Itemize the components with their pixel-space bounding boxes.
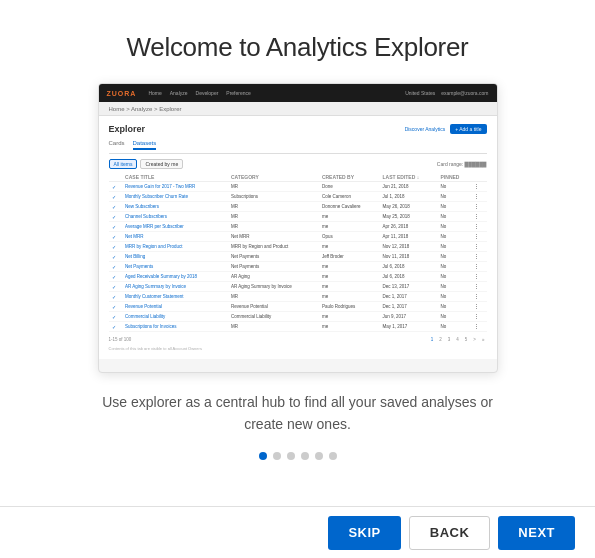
dot-5 — [315, 452, 323, 460]
mini-content: Explorer Discover Analytics + Add a titl… — [99, 116, 497, 359]
mini-col-category: CATEGORY — [228, 173, 319, 182]
dot-4 — [301, 452, 309, 460]
mini-tabs: Cards Datasets — [109, 140, 487, 154]
mini-card-range: Card range: ▓▓▓▓▓▓ — [437, 161, 487, 167]
mini-logo: ZUORA — [107, 90, 137, 97]
mini-explorer-title: Explorer — [109, 124, 146, 134]
table-row: ✓Revenue Gain for 2017 - Two MRRMRDoneJu… — [109, 182, 487, 192]
mini-nav-developer: Developer — [196, 90, 219, 96]
mini-topbar-right: United States example@zuora.com — [405, 90, 488, 96]
mini-filter-row: All items Created by me Card range: ▓▓▓▓… — [109, 159, 487, 169]
mini-subbar: Home > Analyze > Explorer — [99, 102, 497, 116]
table-row: ✓Net PaymentsNet PaymentsmeJul 6, 2018No… — [109, 262, 487, 272]
table-row: ✓Monthly Customer StatementMRmeDec 1, 20… — [109, 292, 487, 302]
mini-col-title — [109, 173, 123, 182]
dot-6 — [329, 452, 337, 460]
table-row: ✓Net BillingNet PaymentsJeff BroderNov 1… — [109, 252, 487, 262]
mini-region: United States — [405, 90, 435, 96]
mini-tab-cards: Cards — [109, 140, 125, 150]
mini-email: example@zuora.com — [441, 90, 488, 96]
mini-nav-home: Home — [148, 90, 161, 96]
mini-header-right: Discover Analytics + Add a title — [405, 124, 487, 134]
dot-1 — [259, 452, 267, 460]
mini-tab-datasets: Datasets — [133, 140, 157, 150]
mini-filter-mine: Created by me — [140, 159, 183, 169]
page-title: Welcome to Analytics Explorer — [127, 32, 469, 63]
skip-button[interactable]: SKIP — [328, 516, 400, 550]
back-button[interactable]: BACK — [409, 516, 491, 550]
table-row: ✓AR Aging Summary by InvoiceAR Aging Sum… — [109, 282, 487, 292]
mini-discover-link: Discover Analytics — [405, 126, 446, 132]
mini-footer-note: Contents of this tab are visible to all … — [109, 346, 487, 351]
table-row: ✓Aged Receivable Summary by 2018AR Aging… — [109, 272, 487, 282]
table-row: ✓New SubscribersMRDononne CavaliereMay 2… — [109, 202, 487, 212]
mini-filter-all: All items — [109, 159, 138, 169]
dot-3 — [287, 452, 295, 460]
mini-table: CASE TITLE CATEGORY CREATED BY LAST EDIT… — [109, 173, 487, 332]
mini-table-body: ✓Revenue Gain for 2017 - Two MRRMRDoneJu… — [109, 182, 487, 332]
mini-nav-analyze: Analyze — [170, 90, 188, 96]
mini-add-btn: + Add a title — [450, 124, 486, 134]
table-row: ✓Commercial LiabilityCommercial Liabilit… — [109, 312, 487, 322]
next-button[interactable]: NEXT — [498, 516, 575, 550]
mini-page-nums: 1 2 3 4 5 > » — [429, 336, 487, 343]
mini-filter-btns: All items Created by me — [109, 159, 184, 169]
mini-col-actions — [471, 173, 486, 182]
mini-explorer-header: Explorer Discover Analytics + Add a titl… — [109, 124, 487, 134]
mini-nav-preference: Preference — [226, 90, 250, 96]
table-row: ✓Net MRRNet MRROpusApr 11, 2018No⋮ — [109, 232, 487, 242]
screenshot-preview: ZUORA Home Analyze Developer Preference … — [98, 83, 498, 373]
table-row: ✓Revenue PotentialRevenue PotentialPaulo… — [109, 302, 487, 312]
table-row: ✓Subscriptions for InvoicesMRmeMay 1, 20… — [109, 322, 487, 332]
description-text: Use explorer as a central hub to find al… — [102, 391, 493, 436]
mini-nav: Home Analyze Developer Preference — [148, 90, 250, 96]
table-row: ✓MRR by Region and ProductMRR by Region … — [109, 242, 487, 252]
dot-2 — [273, 452, 281, 460]
mini-pagination: 1-15 of 100 1 2 3 4 5 > » — [109, 336, 487, 343]
mini-col-created: CREATED BY — [319, 173, 380, 182]
mini-col-title-h: CASE TITLE — [122, 173, 228, 182]
table-row: ✓Monthly Subscriber Churn RateSubscripti… — [109, 192, 487, 202]
mini-col-pinned: PINNED — [438, 173, 472, 182]
mini-page-info: 1-15 of 100 — [109, 337, 132, 342]
mini-col-edited: LAST EDITED ↓ — [380, 173, 438, 182]
dots-row — [259, 452, 337, 460]
table-row: ✓Average MRR per SubscriberMRmeApr 26, 2… — [109, 222, 487, 232]
mini-subbar-label: Home > Analyze > Explorer — [109, 106, 182, 112]
table-row: ✓Channel SubscribersMRmeMay 25, 2018No⋮ — [109, 212, 487, 222]
bottom-bar: SKIP BACK NEXT — [0, 506, 595, 558]
